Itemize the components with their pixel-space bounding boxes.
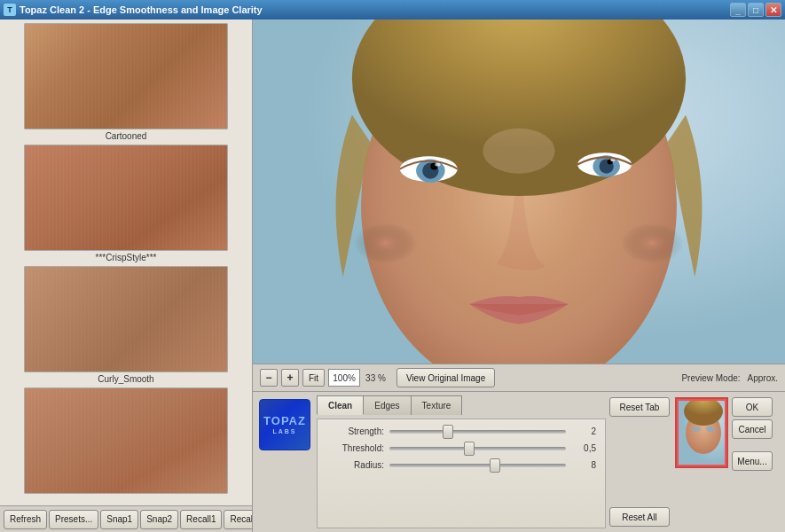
slider-track-strength[interactable] [389, 430, 566, 434]
preset-label-3: Curly_Smooth [98, 374, 153, 384]
bottom-btn-recall2[interactable]: Recall2 [224, 510, 253, 529]
slider-label-radius: Radius: [326, 460, 384, 470]
slider-row-threshold: Threshold: 0,5 [326, 443, 596, 453]
preset-label-1: Cartooned [106, 131, 147, 141]
zoom-input[interactable] [328, 369, 360, 387]
preset-thumbnail-1 [24, 23, 228, 129]
thumb-and-buttons: OK Cancel Menu... [675, 397, 781, 471]
preset-thumbnail-2 [24, 145, 228, 251]
view-original-button[interactable]: View Original Image [396, 368, 495, 387]
tab-texture[interactable]: Texture [411, 395, 463, 415]
slider-thumb-threshold[interactable] [464, 442, 475, 456]
slider-thumb-radius[interactable] [490, 458, 500, 473]
zoom-percent: 33 % [365, 373, 386, 383]
main-controls: CleanEdgesTexture Strength: 2 Threshold:… [317, 395, 606, 528]
reset-all-button[interactable]: Reset All [609, 507, 670, 527]
slider-row-strength: Strength: 2 [326, 426, 596, 436]
slider-value-threshold: 0,5 [571, 443, 596, 453]
svg-point-5 [564, 196, 690, 278]
topaz-logo: TOPAZ LABS [259, 399, 310, 450]
preview-mode-label: Preview Mode: [681, 373, 740, 383]
fit-button[interactable]: Fit [302, 369, 325, 387]
tab-edges[interactable]: Edges [363, 395, 411, 415]
cancel-button[interactable]: Cancel [732, 419, 773, 439]
ok-cancel-column: OK Cancel Menu... [732, 397, 773, 471]
reset-tab-button[interactable]: Reset Tab [609, 397, 670, 417]
svg-point-10 [435, 162, 440, 166]
preset-item-2[interactable]: ***CrispStyle*** [4, 145, 248, 262]
preset-thumbnail-4 [24, 387, 228, 494]
preview-mode-value: Approx. [748, 373, 778, 383]
menu-button[interactable]: Menu... [732, 451, 773, 471]
window-title: Topaz Clean 2 - Edge Smoothness and Imag… [20, 4, 263, 15]
bottom-btn-snap1[interactable]: Snap1 [100, 510, 138, 529]
title-bar: T Topaz Clean 2 - Edge Smoothness and Im… [0, 0, 785, 20]
logo-area: TOPAZ LABS [256, 395, 313, 528]
close-button[interactable]: ✕ [765, 3, 781, 17]
bottom-btn-recall1[interactable]: Recall1 [180, 510, 222, 529]
face-preview [253, 20, 785, 364]
slider-track-radius[interactable] [389, 464, 566, 467]
preset-thumbnail-3 [24, 266, 228, 372]
preset-item-1[interactable]: Cartooned [4, 23, 248, 141]
sliders-area: Strength: 2 Threshold: 0,5 Radius: 8 [317, 419, 606, 528]
preview-area [253, 20, 785, 364]
tab-clean[interactable]: Clean [317, 395, 364, 415]
slider-thumb-strength[interactable] [443, 425, 453, 439]
slider-value-strength: 2 [571, 426, 596, 436]
topaz-logo-bottom: LABS [272, 428, 296, 434]
buttons-column: Reset Tab Reset All [609, 395, 671, 528]
mini-preview-outline [677, 399, 726, 466]
bottom-btn-snap2[interactable]: Snap2 [140, 510, 178, 529]
slider-label-strength: Strength: [326, 426, 384, 436]
preset-list: Cartooned ***CrispStyle*** Curly_Smooth [0, 20, 252, 505]
app-body: Cartooned ***CrispStyle*** Curly_Smooth … [0, 20, 785, 532]
slider-label-threshold: Threshold: [326, 443, 384, 453]
tab-bar: CleanEdgesTexture [317, 395, 606, 415]
title-bar-left: T Topaz Clean 2 - Edge Smoothness and Im… [4, 4, 263, 16]
bottom-bar: RefreshPresets...Snap1Snap2Recall1Recall… [0, 505, 252, 532]
slider-value-radius: 8 [571, 460, 596, 470]
left-panel: Cartooned ***CrispStyle*** Curly_Smooth … [0, 20, 253, 532]
preset-label-2: ***CrispStyle*** [96, 253, 157, 262]
preset-item-4[interactable] [4, 387, 248, 496]
preview-toolbar: − + Fit 33 % View Original Image Preview… [253, 364, 785, 392]
zoom-in-button[interactable]: + [281, 369, 299, 387]
zoom-out-button[interactable]: − [260, 369, 278, 387]
face-svg [253, 20, 785, 364]
bottom-btn-presets[interactable]: Presets... [49, 510, 98, 529]
title-bar-buttons: _ □ ✕ [730, 3, 781, 17]
side-controls: OK Cancel Menu... [675, 395, 781, 528]
svg-point-4 [348, 196, 474, 278]
bottom-btn-refresh[interactable]: Refresh [4, 510, 47, 529]
slider-track-threshold[interactable] [389, 447, 566, 450]
minimize-button[interactable]: _ [730, 3, 746, 17]
right-panel: − + Fit 33 % View Original Image Preview… [253, 20, 785, 532]
mini-preview[interactable] [675, 397, 728, 468]
preset-item-3[interactable]: Curly_Smooth [4, 266, 248, 384]
maximize-button[interactable]: □ [748, 3, 764, 17]
controls-panel: TOPAZ LABS CleanEdgesTexture Strength: 2… [253, 392, 785, 532]
ok-button[interactable]: OK [732, 397, 773, 417]
svg-point-16 [483, 129, 554, 174]
topaz-logo-top: TOPAZ [263, 415, 306, 426]
slider-row-radius: Radius: 8 [326, 460, 596, 470]
app-icon: T [4, 4, 16, 16]
